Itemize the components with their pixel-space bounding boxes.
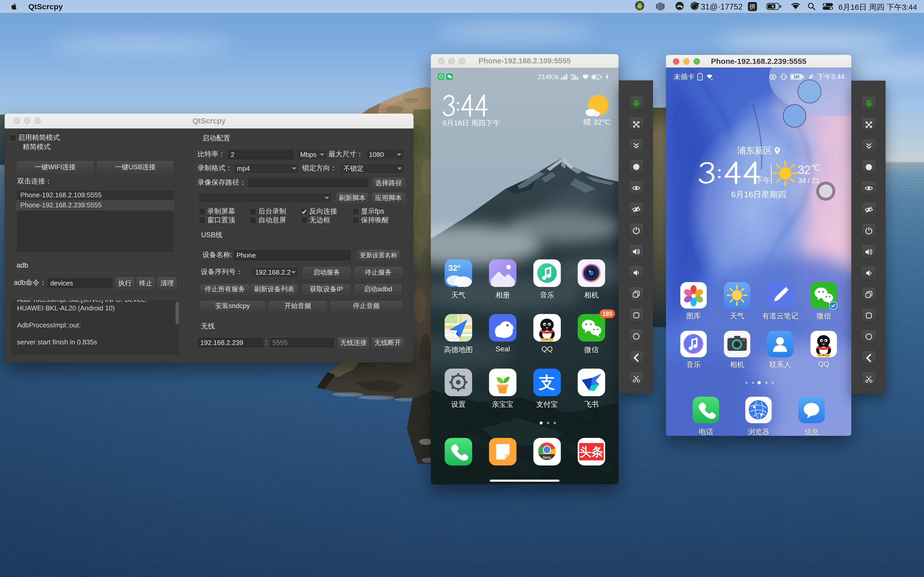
svg-text:32°: 32° [448, 263, 461, 272]
svg-text:Beta: Beta [543, 455, 551, 459]
svg-text:支: 支 [539, 373, 555, 392]
svg-text:HD: HD [570, 74, 575, 77]
svg-text:!: ! [699, 75, 701, 79]
svg-text:头条: 头条 [580, 445, 603, 459]
svg-text:3: 3 [596, 76, 598, 79]
svg-text:100: 100 [793, 75, 800, 79]
